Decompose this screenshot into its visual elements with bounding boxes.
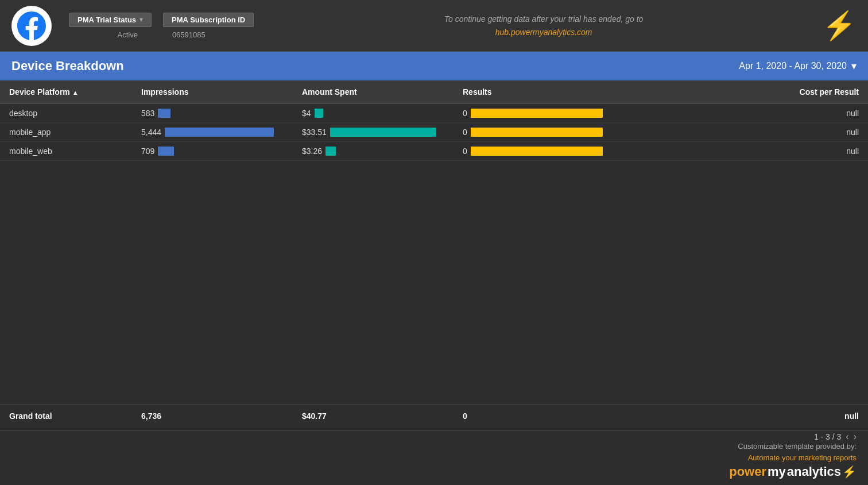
results-bar-1 — [471, 128, 603, 137]
amount-bar-2 — [326, 147, 336, 156]
pma-status-row: Active 06591085 — [117, 30, 205, 39]
cell-device-0: desktop — [0, 104, 132, 123]
col-impressions-label: Impressions — [141, 87, 188, 97]
cell-impressions-2: 709 — [132, 142, 293, 161]
col-cost-label: Cost per Result — [800, 87, 859, 97]
results-bar-2 — [471, 147, 603, 156]
header-notice: To continue getting data after your tria… — [277, 13, 811, 39]
pma-trial-dropdown-icon[interactable]: ▾ — [140, 16, 143, 24]
col-header-impressions[interactable]: Impressions — [132, 80, 293, 104]
grand-total-impressions: 6,736 — [141, 411, 302, 421]
cell-cost-2: null — [695, 142, 868, 161]
pma-badges: PMA Trial Status ▾ PMA Subscription ID — [69, 13, 254, 27]
pma-brand-analytics: analytics — [787, 464, 841, 479]
date-dropdown-icon[interactable]: ▾ — [851, 60, 857, 72]
pma-brand-logo: power my analytics ⚡ — [729, 464, 857, 479]
pma-info: PMA Trial Status ▾ PMA Subscription ID A… — [69, 13, 254, 39]
amount-bar-1 — [330, 128, 436, 137]
cell-device-2: mobile_web — [0, 142, 132, 161]
grand-total-row: Grand total 6,736 $40.77 0 null — [0, 404, 868, 428]
bottom-branding: Customizable template provided by: Autom… — [729, 442, 857, 479]
date-range[interactable]: Apr 1, 2020 - Apr 30, 2020 ▾ — [739, 60, 857, 72]
cell-results-2: 0 — [454, 142, 695, 161]
cell-cost-1: null — [695, 123, 868, 142]
pma-brand-power: power — [729, 464, 766, 479]
impressions-bar-0 — [158, 109, 170, 118]
grand-total-amount: $40.77 — [302, 411, 463, 421]
pma-subscription-label: PMA Subscription ID — [172, 16, 245, 24]
table-row: desktop 583 $4 0 null — [0, 104, 868, 123]
pma-brand-my: my — [768, 464, 786, 479]
col-amount-label: Amount Spent — [302, 87, 357, 97]
grand-total-results: 0 — [463, 411, 704, 421]
cell-amount-2: $3.26 — [293, 142, 454, 161]
pma-trial-label: PMA Trial Status — [78, 16, 136, 24]
device-breakdown-table: Device Platform ▲ Impressions Amount Spe… — [0, 80, 868, 161]
branding-provided: Customizable template provided by: — [738, 442, 857, 451]
facebook-logo — [11, 6, 52, 46]
grand-total-label: Grand total — [9, 411, 141, 421]
branding-automate: Automate your marketing reports — [748, 453, 857, 462]
pagination-next[interactable]: › — [854, 432, 857, 442]
amount-bar-0 — [315, 109, 323, 118]
data-table-container: Device Platform ▲ Impressions Amount Spe… — [0, 80, 868, 161]
pma-brand-lightning: ⚡ — [842, 465, 857, 479]
title-bar: Device Breakdown Apr 1, 2020 - Apr 30, 2… — [0, 52, 868, 80]
grand-total-cost: null — [704, 411, 859, 421]
col-header-device[interactable]: Device Platform ▲ — [0, 80, 132, 104]
table-row: mobile_web 709 $3.26 0 null — [0, 142, 868, 161]
header: PMA Trial Status ▾ PMA Subscription ID A… — [0, 0, 868, 52]
cell-results-0: 0 — [454, 104, 695, 123]
automate-link[interactable]: Automate your marketing reports — [748, 453, 857, 462]
col-header-results[interactable]: Results — [454, 80, 695, 104]
cell-results-1: 0 — [454, 123, 695, 142]
col-header-cost[interactable]: Cost per Result — [695, 80, 868, 104]
cell-device-1: mobile_app — [0, 123, 132, 142]
impressions-bar-1 — [165, 128, 274, 137]
pma-trial-badge[interactable]: PMA Trial Status ▾ — [69, 13, 152, 27]
pma-subscription-badge: PMA Subscription ID — [163, 13, 254, 27]
cell-impressions-0: 583 — [132, 104, 293, 123]
hub-link[interactable]: hub.powermyanalytics.com — [495, 28, 592, 37]
col-header-amount[interactable]: Amount Spent — [293, 80, 454, 104]
pma-trial-status: Active — [117, 30, 137, 39]
col-results-label: Results — [463, 87, 492, 97]
cell-amount-0: $4 — [293, 104, 454, 123]
table-body: desktop 583 $4 0 null mo — [0, 104, 868, 161]
pagination-prev[interactable]: ‹ — [846, 432, 848, 442]
cell-impressions-1: 5,444 — [132, 123, 293, 142]
lightning-icon-header: ⚡ — [822, 10, 857, 42]
impressions-bar-2 — [158, 147, 174, 156]
table-header-row: Device Platform ▲ Impressions Amount Spe… — [0, 80, 868, 104]
results-bar-0 — [471, 109, 603, 118]
pagination-text: 1 - 3 / 3 — [814, 432, 841, 441]
cell-amount-1: $33.51 — [293, 123, 454, 142]
table-row: mobile_app 5,444 $33.51 0 null — [0, 123, 868, 142]
pma-subscription-value: 06591085 — [172, 30, 206, 39]
bottom-bar: 1 - 3 / 3 ‹ › Customizable template prov… — [0, 430, 868, 485]
col-device-label: Device Platform ▲ — [9, 87, 79, 97]
pagination: 1 - 3 / 3 ‹ › — [814, 432, 857, 442]
page-title: Device Breakdown — [11, 59, 124, 74]
cell-cost-0: null — [695, 104, 868, 123]
